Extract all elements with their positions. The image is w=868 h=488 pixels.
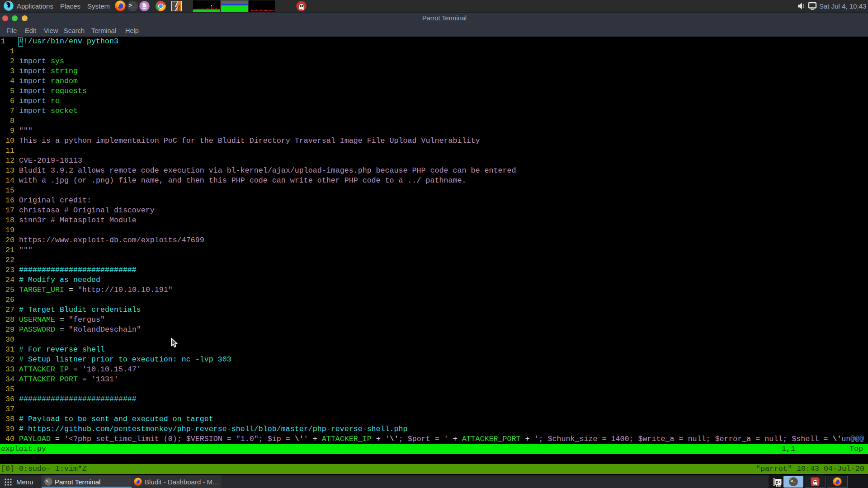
svg-text:z: z <box>776 479 778 485</box>
svg-text:z: z <box>779 480 781 483</box>
